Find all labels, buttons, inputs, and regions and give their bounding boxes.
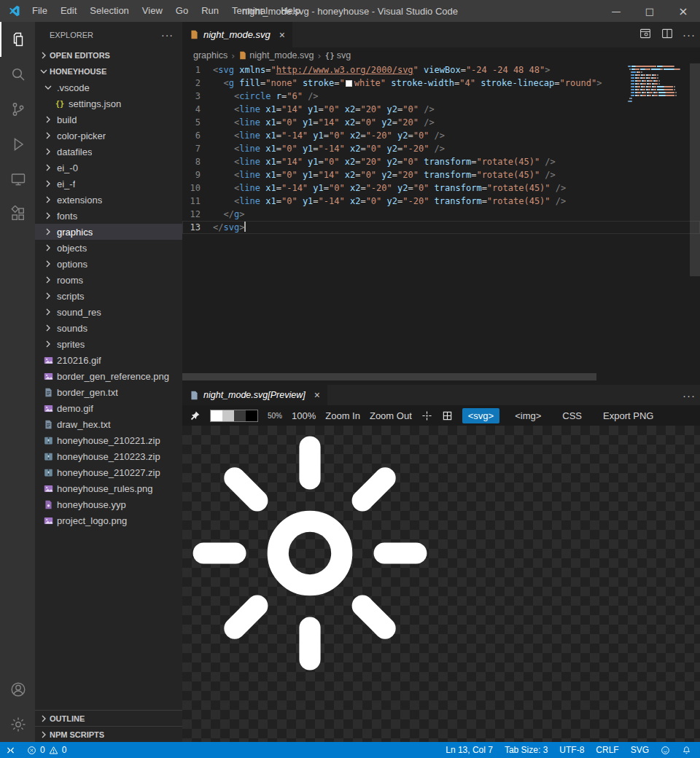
- folder-datafiles[interactable]: datafiles: [35, 144, 182, 160]
- bg-swatch-1[interactable]: [222, 410, 234, 421]
- file-honeyhouse.yyp[interactable]: honeyhouse.yyp: [35, 496, 182, 512]
- close-tab-icon[interactable]: ×: [279, 29, 285, 41]
- breadcrumb-svg[interactable]: {}svg: [325, 50, 351, 60]
- file-honeyhouse_210221.zip[interactable]: honeyhouse_210221.zip: [35, 432, 182, 448]
- file-settings.json[interactable]: {}settings.json: [35, 95, 182, 112]
- section-open-editors[interactable]: OPEN EDITORS: [35, 47, 182, 63]
- vertical-scrollbar[interactable]: [690, 63, 700, 276]
- maximize-button[interactable]: □: [633, 0, 666, 22]
- pin-icon[interactable]: [190, 410, 201, 421]
- horizontal-scrollbar[interactable]: [182, 373, 596, 380]
- notifications-bell-icon[interactable]: [676, 742, 697, 758]
- remote-indicator[interactable]: [0, 742, 21, 758]
- open-preview-icon[interactable]: [639, 27, 652, 43]
- mode-svg-button[interactable]: <svg>: [462, 408, 499, 423]
- folder-ei_-f[interactable]: ei_-f: [35, 176, 182, 192]
- tab-night-mode-svg-preview[interactable]: night_mode.svg[Preview] ×: [182, 385, 327, 405]
- folder-extensions[interactable]: extensions: [35, 192, 182, 208]
- folder-scripts[interactable]: scripts: [35, 288, 182, 304]
- code-line-4[interactable]: 4 <line x1="14" y1="0" x2="20" y2="0" />: [182, 103, 700, 116]
- folder-rooms[interactable]: rooms: [35, 272, 182, 288]
- code-line-13[interactable]: 13</svg>: [182, 221, 700, 234]
- remote-explorer-icon[interactable]: [0, 162, 35, 197]
- search-icon[interactable]: [0, 57, 35, 92]
- code-line-10[interactable]: 10 <line x1="-14" y1="0" x2="-20" y2="0"…: [182, 181, 700, 195]
- account-icon[interactable]: [0, 672, 35, 707]
- explorer-icon[interactable]: [0, 22, 35, 57]
- more-actions-icon[interactable]: ···: [682, 389, 696, 402]
- file-border_gen.txt[interactable]: border_gen.txt: [35, 384, 182, 400]
- menu-view[interactable]: View: [136, 0, 169, 22]
- encoding[interactable]: UTF-8: [553, 742, 590, 758]
- code-line-2[interactable]: 2 <g fill="none" stroke="white" stroke-w…: [182, 77, 700, 90]
- code-line-3[interactable]: 3 <circle r="6" />: [182, 90, 700, 103]
- indentation[interactable]: Tab Size: 3: [499, 742, 553, 758]
- code-line-7[interactable]: 7 <line x1="0" y1="-14" x2="0" y2="-20" …: [182, 142, 700, 155]
- file-demo.gif[interactable]: demo.gif: [35, 400, 182, 416]
- folder-sprites[interactable]: sprites: [35, 336, 182, 352]
- zoom-preset-50[interactable]: 50%: [268, 412, 282, 420]
- section-outline[interactable]: OUTLINE: [35, 710, 182, 726]
- code-editor[interactable]: 1<svg xmlns="http://www.w3.org/2000/svg"…: [182, 63, 700, 385]
- file-honeyhouse_210223.zip[interactable]: honeyhouse_210223.zip: [35, 448, 182, 464]
- file-210216.gif[interactable]: 210216.gif: [35, 352, 182, 368]
- menu-run[interactable]: Run: [195, 0, 225, 22]
- bg-swatch-2[interactable]: [234, 410, 246, 421]
- close-tab-icon[interactable]: ×: [314, 389, 320, 401]
- folder-.vscode[interactable]: .vscode: [35, 79, 182, 95]
- source-control-icon[interactable]: [0, 92, 35, 127]
- file-project_logo.png[interactable]: project_logo.png: [35, 512, 182, 528]
- minimap[interactable]: [628, 66, 689, 103]
- feedback-icon[interactable]: [655, 742, 676, 758]
- file-honeyhouse_rules.png[interactable]: honeyhouse_rules.png: [35, 480, 182, 496]
- menu-file[interactable]: File: [26, 0, 54, 22]
- mode-exportpng-button[interactable]: Export PNG: [597, 408, 659, 423]
- extensions-icon[interactable]: [0, 197, 35, 232]
- folder-build[interactable]: build: [35, 112, 182, 128]
- more-actions-icon[interactable]: ···: [682, 28, 696, 41]
- split-editor-icon[interactable]: [661, 27, 674, 43]
- code-line-12[interactable]: 12 </g>: [182, 208, 700, 221]
- menu-selection[interactable]: Selection: [83, 0, 135, 22]
- eol-sequence[interactable]: CRLF: [590, 742, 624, 758]
- file-honeyhouse_210227.zip[interactable]: honeyhouse_210227.zip: [35, 464, 182, 480]
- code-line-1[interactable]: 1<svg xmlns="http://www.w3.org/2000/svg"…: [182, 63, 700, 77]
- grid-icon[interactable]: [442, 410, 453, 421]
- folder-options[interactable]: options: [35, 256, 182, 272]
- cursor-position[interactable]: Ln 13, Col 7: [440, 742, 499, 758]
- code-line-5[interactable]: 5 <line x1="0" y1="14" x2="0" y2="20" />: [182, 116, 700, 129]
- zoom-in-button[interactable]: Zoom In: [325, 410, 360, 421]
- folder-objects[interactable]: objects: [35, 240, 182, 256]
- background-color-picker[interactable]: [210, 410, 258, 422]
- code-line-8[interactable]: 8 <line x1="14" y1="0" x2="20" y2="0" tr…: [182, 155, 700, 168]
- mode-img-button[interactable]: <img>: [509, 408, 547, 423]
- language-mode[interactable]: SVG: [625, 742, 655, 758]
- breadcrumb-night-mode-svg[interactable]: night_mode.svg: [238, 50, 314, 60]
- settings-icon[interactable]: [0, 707, 35, 742]
- menu-go[interactable]: Go: [169, 0, 195, 22]
- section-workspace-honeyhouse[interactable]: HONEYHOUSE: [35, 63, 182, 79]
- code-line-6[interactable]: 6 <line x1="-14" y1="0" x2="-20" y2="0" …: [182, 129, 700, 142]
- close-window-button[interactable]: ×: [666, 0, 700, 22]
- folder-sounds[interactable]: sounds: [35, 320, 182, 336]
- menu-edit[interactable]: Edit: [54, 0, 83, 22]
- svg-preview-canvas[interactable]: [182, 426, 700, 742]
- run-debug-icon[interactable]: [0, 127, 35, 162]
- file-draw_hex.txt[interactable]: draw_hex.txt: [35, 416, 182, 432]
- explorer-more-actions-icon[interactable]: ···: [161, 29, 174, 41]
- folder-sound_res[interactable]: sound_res: [35, 304, 182, 320]
- problems-indicator[interactable]: 0 0: [21, 742, 72, 758]
- minimize-button[interactable]: —: [599, 0, 633, 22]
- folder-color-picker[interactable]: color-picker: [35, 128, 182, 144]
- folder-graphics[interactable]: graphics: [35, 224, 182, 240]
- breadcrumb-graphics[interactable]: graphics: [193, 50, 228, 60]
- tab-night-mode-svg[interactable]: night_mode.svg ×: [182, 22, 292, 47]
- bg-swatch-0[interactable]: [211, 410, 222, 421]
- code-line-11[interactable]: 11 <line x1="0" y1="-14" x2="0" y2="-20"…: [182, 195, 700, 208]
- section-npm-scripts[interactable]: NPM SCRIPTS: [35, 726, 182, 742]
- center-icon[interactable]: [421, 410, 432, 421]
- file-border_gen_reference.png[interactable]: border_gen_reference.png: [35, 368, 182, 384]
- zoom-out-button[interactable]: Zoom Out: [370, 410, 412, 421]
- bg-swatch-3[interactable]: [246, 410, 257, 421]
- folder-fonts[interactable]: fonts: [35, 208, 182, 224]
